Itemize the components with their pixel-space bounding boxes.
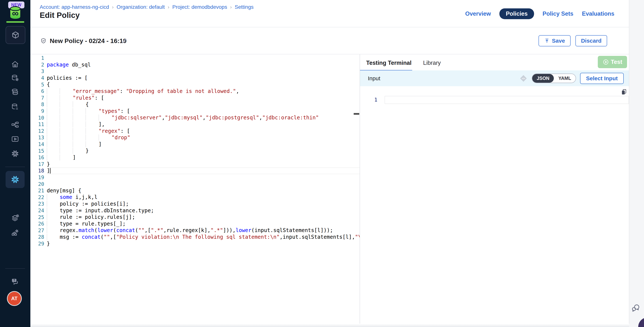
code-line[interactable]: 7 "rules": [ bbox=[30, 95, 360, 101]
input-editor-line[interactable] bbox=[384, 96, 629, 104]
play-rect-icon[interactable] bbox=[11, 135, 20, 143]
tab-policy-sets[interactable]: Policy Sets bbox=[543, 10, 574, 17]
code-text[interactable]: policies := [ bbox=[47, 75, 360, 81]
save-button[interactable]: Save bbox=[538, 35, 570, 46]
gear-icon[interactable] bbox=[11, 149, 20, 158]
code-text[interactable]: } bbox=[47, 147, 360, 154]
code-text[interactable]: ] bbox=[47, 141, 360, 148]
code-line[interactable]: 9 "types": [ bbox=[30, 108, 360, 114]
code-line[interactable]: 21deny[msg] { bbox=[30, 187, 360, 194]
code-text[interactable]: deny[msg] { bbox=[47, 187, 360, 194]
play-circle-icon bbox=[603, 59, 609, 65]
avatar[interactable]: AT bbox=[8, 292, 21, 305]
chat-help-icon[interactable]: ? bbox=[10, 277, 20, 286]
breadcrumb-item[interactable]: Settings bbox=[235, 4, 254, 10]
database-dots-icon[interactable] bbox=[11, 103, 20, 111]
code-line[interactable]: 25 rule := policy.rules[j]; bbox=[30, 214, 360, 221]
code-line[interactable]: 13 "drop" bbox=[30, 134, 360, 141]
code-line[interactable]: 8 { bbox=[30, 101, 360, 108]
tree-icon[interactable] bbox=[11, 120, 20, 129]
code-line[interactable]: 18] bbox=[30, 167, 360, 174]
code-line[interactable]: 22 some i,j,k,l bbox=[30, 194, 360, 201]
database-gear-icon[interactable] bbox=[11, 74, 20, 82]
code-line[interactable]: 19 bbox=[30, 174, 360, 181]
code-text[interactable]: regex.match(lower(concat("",[".*",rule.r… bbox=[47, 227, 360, 234]
code-text[interactable]: policy := policies[i]; bbox=[47, 201, 360, 207]
code-line[interactable]: 16 ] bbox=[30, 154, 360, 161]
test-button[interactable]: Test bbox=[598, 56, 627, 68]
code-text[interactable]: } bbox=[47, 240, 360, 247]
breadcrumb-item[interactable]: Account: app-harness-ng-cicd bbox=[40, 4, 109, 10]
toggle-option-yaml[interactable]: YAML bbox=[554, 74, 576, 83]
code-text[interactable]: rule := policy.rules[j]; bbox=[47, 214, 360, 221]
code-line[interactable]: 1 bbox=[30, 55, 360, 61]
code-text[interactable]: type := input.dbInstance.type; bbox=[47, 207, 360, 214]
format-toggle[interactable]: JSON YAML bbox=[532, 73, 576, 83]
line-number: 9 bbox=[30, 108, 47, 114]
policy-code-editor[interactable]: 12package db_sql34policies := [5{6 "erro… bbox=[30, 54, 360, 324]
chat-bubbles-icon[interactable] bbox=[631, 303, 641, 313]
copy-icon[interactable] bbox=[620, 88, 628, 95]
select-input-button[interactable]: Select Input bbox=[580, 73, 624, 84]
line-number: 3 bbox=[30, 68, 47, 74]
code-line[interactable]: 17} bbox=[30, 161, 360, 168]
code-text[interactable]: some i,j,k,l bbox=[47, 194, 360, 201]
harness-dbdevops-logo-icon[interactable]: ∞ bbox=[7, 5, 24, 20]
edit-pencil-icon[interactable] bbox=[121, 38, 127, 44]
breadcrumb-item[interactable]: Organization: default bbox=[117, 4, 165, 10]
code-text[interactable]: package db_sql bbox=[47, 61, 360, 68]
panel-tab-library[interactable]: Library bbox=[423, 60, 441, 66]
line-number: 19 bbox=[30, 174, 47, 180]
line-number: 21 bbox=[30, 188, 47, 194]
code-line[interactable]: 23 policy := policies[i]; bbox=[30, 201, 360, 207]
layers-gear-icon[interactable] bbox=[11, 214, 20, 222]
code-text[interactable]: "jdbc:sqlserver","jdbc:mysql","jdbc:post… bbox=[47, 114, 360, 121]
code-text[interactable]: ], bbox=[47, 121, 360, 128]
code-text[interactable]: "drop" bbox=[47, 134, 360, 141]
code-line[interactable]: 29} bbox=[30, 240, 360, 247]
tab-evaluations[interactable]: Evaluations bbox=[582, 10, 614, 17]
breadcrumb-separator: › bbox=[112, 4, 114, 10]
code-text[interactable]: ] bbox=[47, 154, 360, 161]
code-text[interactable]: { bbox=[47, 101, 360, 108]
code-text[interactable]: "rules": [ bbox=[47, 95, 360, 101]
code-text[interactable]: ] bbox=[47, 167, 360, 174]
code-line[interactable]: 20 bbox=[30, 181, 360, 187]
code-line[interactable]: 11 ], bbox=[30, 121, 360, 128]
code-line[interactable]: 28 msg := concat("",["Policy violation:\… bbox=[30, 234, 360, 240]
database-stack-icon[interactable] bbox=[11, 87, 20, 96]
tab-overview[interactable]: Overview bbox=[465, 10, 491, 17]
code-line[interactable]: 14 ] bbox=[30, 141, 360, 148]
workflow-gear-icon[interactable] bbox=[11, 229, 20, 237]
breadcrumb-separator: › bbox=[230, 4, 232, 10]
code-line[interactable]: 24 type := input.dbInstance.type; bbox=[30, 207, 360, 214]
code-text[interactable]: } bbox=[47, 161, 360, 168]
code-line[interactable]: 10 "jdbc:sqlserver","jdbc:mysql","jdbc:p… bbox=[30, 114, 360, 121]
code-line[interactable]: 26 type = rule.types[_]; bbox=[30, 221, 360, 227]
module-selector[interactable] bbox=[6, 26, 25, 44]
code-line[interactable]: 2package db_sql bbox=[30, 61, 360, 68]
code-line[interactable]: 27 regex.match(lower(concat("",[".*",rul… bbox=[30, 227, 360, 234]
tab-policies[interactable]: Policies bbox=[500, 8, 534, 19]
gear-icon bbox=[10, 175, 20, 184]
home-icon[interactable] bbox=[11, 60, 20, 68]
breadcrumb-item[interactable]: Project: demodbdevops bbox=[172, 4, 227, 10]
code-text[interactable]: { bbox=[47, 81, 360, 88]
code-line[interactable]: 4policies := [ bbox=[30, 75, 360, 81]
discard-button[interactable]: Discard bbox=[576, 35, 607, 46]
toggle-option-json[interactable]: JSON bbox=[532, 74, 554, 83]
code-text[interactable]: "error_message": "Dropping of table is n… bbox=[47, 88, 360, 95]
code-line[interactable]: 6 "error_message": "Dropping of table is… bbox=[30, 88, 360, 95]
panel-tab-testing-terminal[interactable]: Testing Terminal bbox=[366, 60, 412, 66]
code-line[interactable]: 15 } bbox=[30, 147, 360, 154]
code-text[interactable]: "types": [ bbox=[47, 108, 360, 114]
code-line[interactable]: 12 "regex": [ bbox=[30, 128, 360, 134]
code-text[interactable]: type = rule.types[_]; bbox=[47, 221, 360, 227]
line-number: 16 bbox=[30, 155, 47, 160]
code-line[interactable]: 5{ bbox=[30, 81, 360, 88]
sidebar-item-settings-active[interactable] bbox=[6, 171, 24, 188]
aida-floating-button[interactable] bbox=[638, 317, 644, 327]
code-text[interactable]: "regex": [ bbox=[47, 128, 360, 134]
code-text[interactable]: msg := concat("",["Policy violation:\n T… bbox=[47, 234, 360, 240]
code-line[interactable]: 3 bbox=[30, 68, 360, 75]
